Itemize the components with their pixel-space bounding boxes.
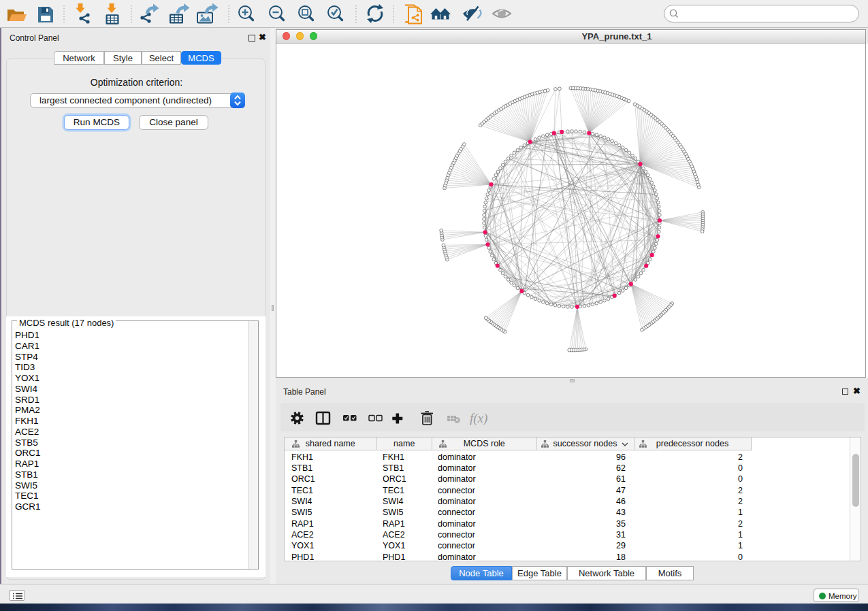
svg-text:Memory: Memory	[829, 592, 857, 600]
svg-text:f(x): f(x)	[470, 411, 487, 426]
